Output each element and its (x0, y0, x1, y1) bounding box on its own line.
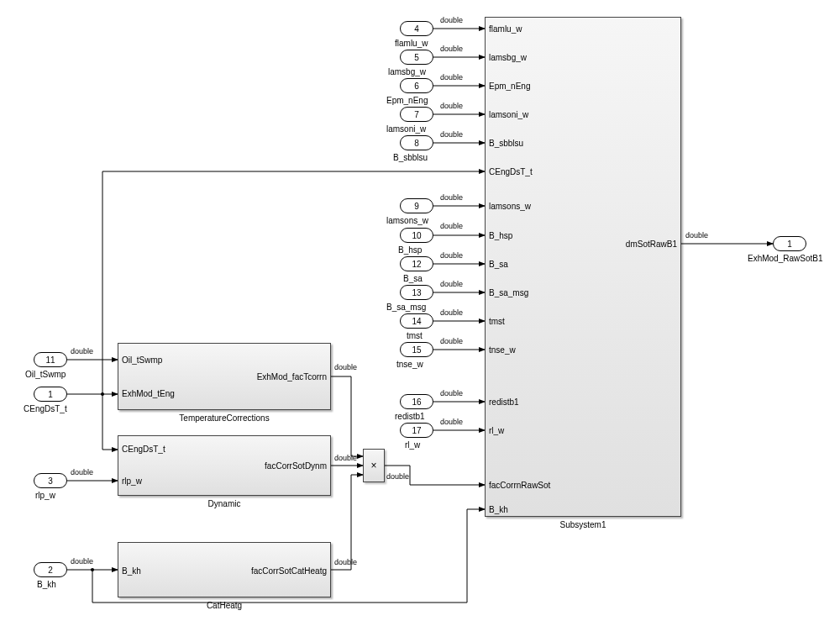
inport-12-label: B_sa (403, 274, 423, 283)
port-lamsbg_w: lamsbg_w (489, 53, 527, 62)
inport-num: 12 (412, 260, 421, 269)
inport-num: 7 (414, 110, 419, 119)
port-cengdst_t: CEngDsT_t (489, 167, 533, 176)
dtype: double (440, 16, 463, 24)
inport-num: 10 (412, 231, 421, 240)
port-out-factcorrn: ExhMod_facTcorrn (257, 372, 327, 382)
inport-14[interactable]: 14 (400, 313, 433, 329)
port-lamsoni_w: lamsoni_w (489, 110, 528, 119)
inport-7[interactable]: 7 (400, 107, 433, 122)
dtype: double (440, 222, 463, 230)
inport-12[interactable]: 12 (400, 256, 433, 271)
inport-num: 2 (48, 566, 53, 575)
product-block[interactable]: × (363, 449, 385, 482)
inport-num: 15 (412, 345, 421, 355)
port-redistb1: redistb1 (489, 397, 519, 407)
port-faccorrnrawsot: facCorrnRawSot (489, 481, 550, 490)
inport-10-label: B_hsp (398, 245, 422, 255)
inport-num: 5 (414, 53, 419, 62)
inport-2-label: B_kh (37, 580, 56, 589)
inport-16-label: redistb1 (395, 412, 425, 421)
port-in-bkh: B_kh (122, 566, 141, 576)
inport-num: 8 (414, 139, 419, 148)
port-in-cengdst: CEngDsT_t (122, 445, 165, 454)
inport-17[interactable]: 17 (400, 423, 433, 438)
inport-1[interactable]: 1 (34, 387, 67, 402)
inport-10[interactable]: 10 (400, 228, 433, 243)
dtype: double (440, 389, 463, 397)
inport-11-label: Oil_tSwmp (25, 370, 66, 379)
inport-7-label: lamsoni_w (386, 124, 426, 134)
inport-3[interactable]: 3 (34, 473, 67, 488)
block-title: Subsystem1 (486, 520, 680, 529)
inport-num: 17 (412, 426, 421, 435)
block-dynamic[interactable]: CEngDsT_t rlp_w facCorrSotDynm Dynamic (118, 435, 331, 496)
inport-8-label: B_sbblsu (393, 153, 428, 162)
dtype: double (334, 363, 357, 371)
port-b_sbblsu: B_sbblsu (489, 139, 523, 148)
inport-9-label: lamsons_w (386, 216, 428, 225)
port-in-oil-tswmp: Oil_tSwmp (122, 355, 162, 365)
dtype: double (440, 280, 463, 288)
dtype: double (334, 558, 357, 566)
inport-15[interactable]: 15 (400, 342, 433, 357)
port-in-exhmod-teng: ExhMod_tEng (122, 389, 175, 398)
block-subsystem1[interactable]: flamlu_w lamsbg_w Epm_nEng lamsoni_w B_s… (485, 17, 681, 517)
inport-9[interactable]: 9 (400, 198, 433, 213)
outport-num: 1 (787, 239, 792, 249)
inport-14-label: tmst (407, 331, 423, 340)
inport-4-label: flamlu_w (395, 39, 428, 48)
outport-1[interactable]: 1 (773, 236, 806, 251)
block-title: TemperatureCorrections (118, 413, 330, 423)
port-lamsons_w: lamsons_w (489, 202, 531, 211)
port-out-faccorrsotdynm: facCorrSotDynm (265, 461, 327, 471)
dtype: double (685, 231, 708, 239)
port-flamlu_w: flamlu_w (489, 24, 522, 34)
port-out-faccorrsotcatheatg: facCorrSotCatHeatg (251, 566, 327, 576)
dtype: double (440, 308, 463, 317)
dtype: double (386, 472, 409, 481)
inport-num: 6 (414, 82, 419, 91)
inport-13[interactable]: 13 (400, 285, 433, 300)
dtype: double (71, 557, 93, 566)
block-title: CatHeatg (118, 601, 330, 610)
port-b_sa: B_sa (489, 260, 508, 269)
block-catheatg[interactable]: B_kh facCorrSotCatHeatg CatHeatg (118, 542, 331, 597)
dtype: double (71, 468, 93, 476)
inport-16[interactable]: 16 (400, 394, 433, 409)
inport-13-label: B_sa_msg (386, 303, 426, 312)
inport-1-label: CEngDsT_t (24, 404, 67, 413)
inport-6[interactable]: 6 (400, 78, 433, 93)
inport-num: 9 (414, 202, 419, 211)
product-symbol: × (370, 460, 376, 471)
inport-5-label: lamsbg_w (388, 67, 426, 76)
inport-11[interactable]: 11 (34, 352, 67, 367)
dtype: double (440, 73, 463, 82)
dtype: double (440, 45, 463, 53)
dtype: double (71, 347, 93, 355)
inport-6-label: Epm_nEng (386, 96, 428, 105)
inport-num: 4 (414, 24, 419, 34)
dtype: double (440, 251, 463, 260)
dtype: double (440, 418, 463, 426)
port-epm_neng: Epm_nEng (489, 82, 530, 91)
dtype: double (440, 193, 463, 202)
inport-num: 1 (48, 390, 53, 399)
inport-5[interactable]: 5 (400, 50, 433, 65)
inport-8[interactable]: 8 (400, 135, 433, 150)
port-dmsotrawb1: dmSotRawB1 (626, 239, 677, 249)
port-in-rlpw: rlp_w (122, 476, 142, 486)
dtype: double (440, 130, 463, 139)
block-temperature-corrections[interactable]: Oil_tSwmp ExhMod_tEng ExhMod_facTcorrn T… (118, 343, 331, 410)
inport-num: 14 (412, 317, 421, 326)
dtype: double (334, 454, 357, 462)
inport-4[interactable]: 4 (400, 21, 433, 36)
inport-3-label: rlp_w (35, 491, 55, 500)
inport-17-label: rl_w (405, 440, 420, 450)
block-title: Dynamic (118, 499, 330, 508)
inport-2[interactable]: 2 (34, 562, 67, 577)
dtype: double (440, 102, 463, 110)
port-tnse_w: tnse_w (489, 345, 516, 355)
outport-1-label: ExhMod_RawSotB1 (748, 254, 823, 263)
port-b_hsp: B_hsp (489, 231, 512, 240)
